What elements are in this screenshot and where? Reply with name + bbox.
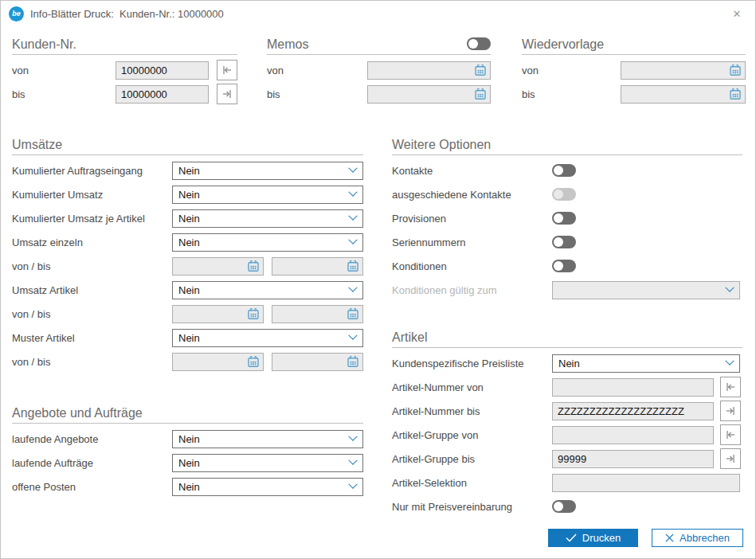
toggle-knob xyxy=(554,190,563,199)
calendar-icon[interactable] xyxy=(246,307,260,321)
muster-artikel-select[interactable]: Nein xyxy=(172,329,363,347)
drucken-button[interactable]: Drucken xyxy=(548,529,638,547)
memos-von-date-input[interactable] xyxy=(367,61,491,80)
calendar-icon[interactable] xyxy=(728,63,742,77)
field-label: Kundenspezifische Preisliste xyxy=(392,358,552,369)
calendar-icon[interactable] xyxy=(473,87,488,101)
field-label: Umsatz Artikel xyxy=(12,284,172,296)
calendar-icon[interactable] xyxy=(346,307,360,321)
umsatz-einzeln-select[interactable]: Nein xyxy=(172,233,363,252)
toggle-knob xyxy=(554,213,563,223)
nur-mit-preisvereinbarung-toggle[interactable] xyxy=(552,500,576,513)
field-label: Artikel-Gruppe von xyxy=(392,429,552,441)
konditionen-toggle[interactable] xyxy=(552,260,576,272)
umsaetze-row-umsatz-artikel: Umsatz Artikel Nein xyxy=(12,278,363,302)
konditionen-row: Konditionen xyxy=(392,254,742,278)
laufende-auftraege-select[interactable]: Nein xyxy=(172,454,363,472)
field-label: Artikel-Nummer von xyxy=(392,381,552,393)
select-value: Nein xyxy=(178,433,200,445)
seriennummern-toggle[interactable] xyxy=(552,236,576,248)
kumulierter-umsatz-select[interactable]: Nein xyxy=(172,186,363,204)
umsaetze-header: Umsätze xyxy=(12,138,363,155)
wiedervorlage-bis-label: bis xyxy=(522,88,621,100)
field-label: Konditionen gültig zum xyxy=(392,284,552,296)
artikel-nummer-bis-to-end-button[interactable] xyxy=(720,401,741,421)
section-wiedervorlage: Wiedervorlage von bis xyxy=(522,37,746,106)
wiedervorlage-von-date-input[interactable] xyxy=(621,61,746,80)
memos-bis-date-input[interactable] xyxy=(367,85,491,104)
offene-posten-select[interactable]: Nein xyxy=(172,478,363,496)
app-logo-icon: be xyxy=(9,6,24,22)
arrow-to-end-icon xyxy=(724,452,737,465)
kunden-nr-header: Kunden-Nr. xyxy=(12,37,237,55)
artikel-nummer-bis-input[interactable] xyxy=(552,402,714,420)
chevron-down-icon xyxy=(348,164,357,173)
select-value: Nein xyxy=(178,332,200,344)
field-label: Artikel-Selektion xyxy=(392,477,552,489)
toggle-knob xyxy=(554,237,563,247)
muster-artikel-von-date-input[interactable] xyxy=(172,353,264,371)
calendar-icon[interactable] xyxy=(728,87,742,101)
artikel-nummer-von-input[interactable] xyxy=(552,378,714,397)
provisionen-toggle[interactable] xyxy=(552,212,576,225)
angebote-title: Angebote und Aufträge xyxy=(12,406,143,420)
abbrechen-button[interactable]: Abbrechen xyxy=(652,529,743,547)
kundenspezifische-preisliste-select[interactable]: Nein xyxy=(552,354,740,373)
field-label: laufende Angebote xyxy=(12,433,172,445)
laufende-angebote-select[interactable]: Nein xyxy=(172,430,363,448)
umsaetze-title: Umsätze xyxy=(12,138,62,152)
kunden-nr-von-to-start-button[interactable] xyxy=(217,60,237,80)
calendar-icon[interactable] xyxy=(346,354,360,369)
field-label: Seriennummern xyxy=(392,236,552,248)
artikel-gruppe-bis-to-end-button[interactable] xyxy=(720,448,741,469)
wiedervorlage-von-label: von xyxy=(522,64,621,76)
umsatz-einzeln-bis-date-input[interactable] xyxy=(272,257,363,276)
kontakte-toggle[interactable] xyxy=(552,164,576,177)
artikel-gruppe-von-input[interactable] xyxy=(552,426,714,444)
wiedervorlage-bis-date-input[interactable] xyxy=(621,85,746,104)
wiedervorlage-title: Wiedervorlage xyxy=(522,37,604,52)
artikel-nummer-von-to-start-button[interactable] xyxy=(720,377,741,397)
umsaetze-row-von-bis-3: von / bis xyxy=(12,350,363,373)
calendar-icon[interactable] xyxy=(246,259,260,273)
umsatz-artikel-bis-date-input[interactable] xyxy=(272,305,363,323)
weitere-optionen-header: Weitere Optionen xyxy=(392,138,742,155)
chevron-down-icon xyxy=(348,456,357,465)
umsaetze-row-von-bis-1: von / bis xyxy=(12,254,363,278)
ausgeschiedene-kontakte-row: ausgeschiedene Kontakte xyxy=(392,182,742,206)
arrow-to-start-icon xyxy=(221,64,233,76)
chevron-down-icon xyxy=(348,188,357,197)
artikel-nummer-von-row: Artikel-Nummer von xyxy=(392,375,742,399)
artikel-selektion-row: Artikel-Selektion xyxy=(392,471,742,494)
field-label: Artikel-Nummer bis xyxy=(392,405,552,417)
artikel-selektion-input[interactable] xyxy=(552,474,740,492)
checkmark-icon xyxy=(566,534,577,542)
kumulierter-auftragseingang-select[interactable]: Nein xyxy=(172,162,363,180)
umsatz-artikel-von-date-input[interactable] xyxy=(172,305,264,323)
close-icon[interactable]: ✕ xyxy=(730,6,744,21)
seriennummern-row: Seriennummern xyxy=(392,230,742,254)
artikel-gruppe-von-to-start-button[interactable] xyxy=(720,424,741,445)
kunden-nr-von-input[interactable] xyxy=(116,61,209,80)
kunden-nr-bis-input[interactable] xyxy=(116,85,209,104)
artikel-gruppe-bis-row: Artikel-Gruppe bis xyxy=(392,447,742,471)
kumulierter-umsatz-je-artikel-select[interactable]: Nein xyxy=(172,209,363,228)
umsatz-artikel-select[interactable]: Nein xyxy=(172,281,363,299)
titlebar: be Info-Blätter Druck: Kunden-Nr.: 10000… xyxy=(1,1,755,26)
select-value: Nein xyxy=(178,457,200,469)
calendar-icon[interactable] xyxy=(246,354,260,369)
select-value: Nein xyxy=(558,358,580,369)
kunden-nr-title: Kunden-Nr. xyxy=(12,37,76,52)
calendar-icon[interactable] xyxy=(473,63,488,77)
wiedervorlage-von-row: von xyxy=(522,58,746,82)
muster-artikel-bis-date-input[interactable] xyxy=(272,353,363,371)
section-artikel: Artikel Kundenspezifische Preisliste Nei… xyxy=(392,330,742,518)
calendar-icon[interactable] xyxy=(346,259,360,273)
artikel-gruppe-bis-input[interactable] xyxy=(552,450,714,468)
umsatz-einzeln-von-date-input[interactable] xyxy=(172,257,264,276)
section-kunden-nr: Kunden-Nr. von bis xyxy=(12,37,237,106)
memos-toggle[interactable] xyxy=(467,37,491,50)
memos-bis-row: bis xyxy=(267,82,491,106)
chevron-down-icon xyxy=(348,283,357,292)
kunden-nr-bis-to-end-button[interactable] xyxy=(217,84,237,104)
